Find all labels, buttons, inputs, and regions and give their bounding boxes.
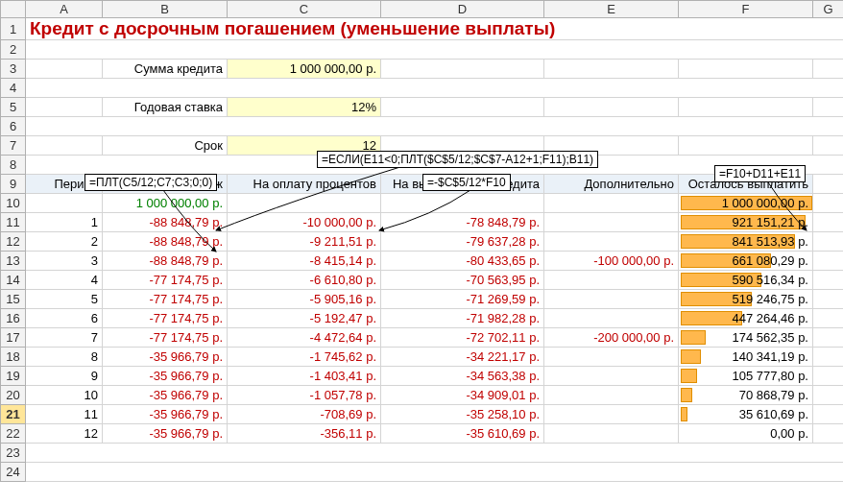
interest-6: -5 192,47 р. [228, 309, 381, 328]
rate-input[interactable]: 12% [228, 98, 381, 117]
balance-2: 841 513,93 р. [679, 232, 813, 252]
col-F[interactable]: F [679, 1, 813, 18]
period-12: 12 [26, 424, 103, 444]
principal-5: -71 269,59 р. [381, 290, 544, 309]
row-23-head[interactable]: 23 [1, 444, 26, 463]
callout-if-formula: =ЕСЛИ(E11<0;ПЛТ($C$5/12;$C$7-A12+1;F11);… [317, 151, 598, 168]
principal-8: -34 221,17 р. [381, 348, 544, 367]
balance-4: 590 516,34 р. [679, 271, 813, 290]
row-2-head[interactable]: 2 [1, 40, 26, 60]
balance-0: 1 000 000,00 р. [679, 194, 813, 213]
row-3-head[interactable]: 3 [1, 60, 26, 79]
period-9: 9 [26, 367, 103, 386]
row-18-head[interactable]: 18 [1, 348, 26, 367]
principal-3: -80 433,65 р. [381, 252, 544, 271]
interest-9: -1 403,41 р. [228, 367, 381, 386]
hdr-extra: Дополнительно [544, 175, 679, 194]
row-16-head[interactable]: 16 [1, 309, 26, 328]
payment-7: -77 174,75 р. [103, 328, 228, 348]
col-E[interactable]: E [544, 1, 679, 18]
period-5: 5 [26, 290, 103, 309]
principal-9: -34 563,38 р. [381, 367, 544, 386]
payment-9: -35 966,79 р. [103, 367, 228, 386]
row-6-head[interactable]: 6 [1, 117, 26, 136]
callout-pmt-formula: =ПЛТ(C5/12;C7;C3;0;0) [84, 174, 217, 191]
principal-2: -79 637,28 р. [381, 232, 544, 252]
extra-5[interactable] [544, 290, 679, 309]
balance-12: 0,00 р. [679, 424, 813, 444]
principal-7: -72 702,11 р. [381, 328, 544, 348]
row-15-head[interactable]: 15 [1, 290, 26, 309]
balance-11: 35 610,69 р. [679, 405, 813, 424]
col-C[interactable]: C [228, 1, 381, 18]
payment-4: -77 174,75 р. [103, 271, 228, 290]
row-8-head[interactable]: 8 [1, 156, 26, 175]
balance-6: 447 264,46 р. [679, 309, 813, 328]
period-3: 3 [26, 252, 103, 271]
col-G[interactable]: G [813, 1, 844, 18]
period-8: 8 [26, 348, 103, 367]
payment-1: -88 848,79 р. [103, 213, 228, 232]
payment-11: -35 966,79 р. [103, 405, 228, 424]
payment-8: -35 966,79 р. [103, 348, 228, 367]
row-5-head[interactable]: 5 [1, 98, 26, 117]
row-9-head[interactable]: 9 [1, 175, 26, 194]
hdr-interest: На оплату процентов [228, 175, 381, 194]
corner-cell[interactable] [1, 1, 26, 18]
row-20-head[interactable]: 20 [1, 386, 26, 405]
payment-2: -88 848,79 р. [103, 232, 228, 252]
col-A[interactable]: A [26, 1, 103, 18]
extra-8[interactable] [544, 348, 679, 367]
balance-8: 140 341,19 р. [679, 348, 813, 367]
extra-4[interactable] [544, 271, 679, 290]
row-1-head[interactable]: 1 [1, 18, 26, 40]
payment-12: -35 966,79 р. [103, 424, 228, 444]
period-1: 1 [26, 213, 103, 232]
worksheet-grid[interactable]: A B C D E F G 1Кредит с досрочным погаше… [0, 0, 843, 482]
extra-7[interactable]: -200 000,00 р. [544, 328, 679, 348]
principal-6: -71 982,28 р. [381, 309, 544, 328]
principal-4: -70 563,95 р. [381, 271, 544, 290]
row-12-head[interactable]: 12 [1, 232, 26, 252]
interest-11: -708,69 р. [228, 405, 381, 424]
term-label: Срок [103, 136, 228, 156]
row-10-head[interactable]: 10 [1, 194, 26, 213]
extra-9[interactable] [544, 367, 679, 386]
row-13-head[interactable]: 13 [1, 252, 26, 271]
row-22-head[interactable]: 22 [1, 424, 26, 444]
payment-3: -88 848,79 р. [103, 252, 228, 271]
period-10: 10 [26, 386, 103, 405]
row-11-head[interactable]: 11 [1, 213, 26, 232]
row-24-head[interactable]: 24 [1, 463, 26, 482]
extra-12[interactable] [544, 424, 679, 444]
extra-2[interactable] [544, 232, 679, 252]
page-title: Кредит с досрочным погашением (уменьшени… [26, 18, 844, 40]
row-14-head[interactable]: 14 [1, 271, 26, 290]
balance-3: 661 080,29 р. [679, 252, 813, 271]
interest-7: -4 472,64 р. [228, 328, 381, 348]
payment-5: -77 174,75 р. [103, 290, 228, 309]
extra-11[interactable] [544, 405, 679, 424]
sum-input[interactable]: 1 000 000,00 р. [228, 60, 381, 79]
col-D[interactable]: D [381, 1, 544, 18]
extra-6[interactable] [544, 309, 679, 328]
spreadsheet-viewport[interactable]: A B C D E F G 1Кредит с досрочным погаше… [0, 0, 843, 504]
extra-1[interactable] [544, 213, 679, 232]
row-4-head[interactable]: 4 [1, 79, 26, 98]
row-17-head[interactable]: 17 [1, 328, 26, 348]
principal-11: -35 258,10 р. [381, 405, 544, 424]
extra-3[interactable]: -100 000,00 р. [544, 252, 679, 271]
row-19-head[interactable]: 19 [1, 367, 26, 386]
callout-balance-formula: =F10+D11+E11 [714, 165, 806, 182]
row-21-head[interactable]: 21 [1, 405, 26, 424]
period-7: 7 [26, 328, 103, 348]
balance-10: 70 868,79 р. [679, 386, 813, 405]
rate-label: Годовая ставка [103, 98, 228, 117]
col-B[interactable]: B [103, 1, 228, 18]
row-7-head[interactable]: 7 [1, 136, 26, 156]
extra-10[interactable] [544, 386, 679, 405]
initial-amount: 1 000 000,00 р. [103, 194, 228, 213]
interest-12: -356,11 р. [228, 424, 381, 444]
column-header-row[interactable]: A B C D E F G [1, 1, 844, 18]
balance-7: 174 562,35 р. [679, 328, 813, 348]
